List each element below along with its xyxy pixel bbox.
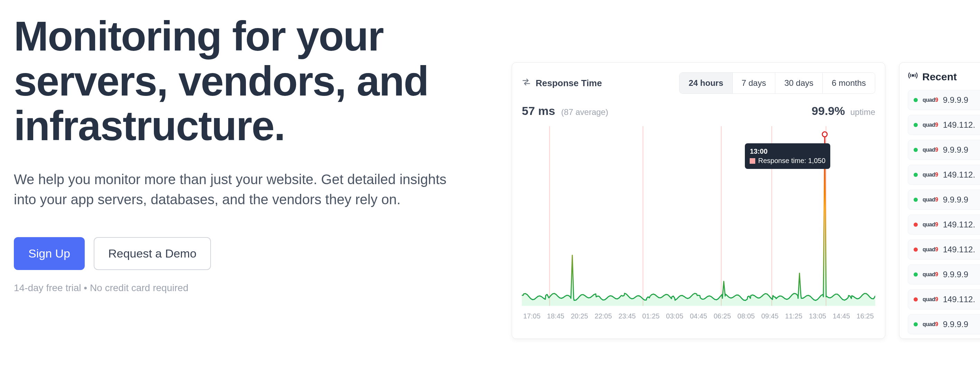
status-dot: [913, 322, 918, 326]
x-tick: 11:25: [785, 312, 802, 320]
x-tick: 01:25: [642, 312, 659, 320]
status-dot: [913, 173, 918, 177]
quad9-logo: quad9: [923, 147, 938, 153]
status-dot: [913, 123, 918, 127]
status-dot: [913, 148, 918, 152]
tooltip-swatch-icon: [750, 158, 755, 164]
x-tick: 23:45: [618, 312, 636, 320]
tooltip-value: Response time: 1,050: [758, 157, 826, 165]
recent-item[interactable]: quad99.9.9.9: [908, 90, 980, 110]
x-tick: 09:45: [761, 312, 778, 320]
recent-item[interactable]: quad99.9.9.9: [908, 314, 980, 334]
recent-item[interactable]: quad9149.112.: [908, 115, 980, 135]
average-response-label: (87 average): [561, 107, 608, 117]
x-tick: 13:05: [809, 312, 826, 320]
hero-subtext: We help you monitor more than just your …: [14, 169, 450, 209]
response-time-card: Response Time 24 hours7 days30 days6 mon…: [512, 62, 885, 339]
broadcast-icon: [908, 70, 918, 83]
recent-host: 149.112.: [943, 220, 975, 230]
tooltip-time: 13:00: [750, 147, 826, 156]
current-response-ms: 57 ms: [522, 104, 555, 117]
range-7-days[interactable]: 7 days: [732, 73, 775, 93]
svg-point-6: [912, 75, 914, 77]
status-dot: [913, 272, 918, 276]
recent-host: 9.9.9.9: [943, 145, 968, 155]
time-range-selector: 24 hours7 days30 days6 months: [679, 72, 875, 94]
quad9-logo: quad9: [923, 321, 938, 327]
recent-item[interactable]: quad9149.112.: [908, 289, 980, 310]
recent-host: 149.112.: [943, 120, 975, 130]
range-6-months[interactable]: 6 months: [822, 73, 875, 93]
recent-item[interactable]: quad9149.112.: [908, 215, 980, 235]
recent-title: Recent: [922, 71, 957, 83]
swap-icon: [522, 78, 531, 89]
x-tick: 17:05: [523, 312, 541, 320]
quad9-logo: quad9: [923, 172, 938, 178]
recent-item[interactable]: quad99.9.9.9: [908, 140, 980, 160]
recent-host: 9.9.9.9: [943, 95, 968, 105]
uptime-label: uptime: [850, 107, 875, 117]
quad9-logo: quad9: [923, 246, 938, 253]
x-tick: 18:45: [547, 312, 564, 320]
trial-fineprint: 14-day free trial • No credit card requi…: [14, 283, 491, 294]
status-dot: [913, 248, 918, 252]
recent-item[interactable]: quad99.9.9.9: [908, 264, 980, 284]
request-demo-button[interactable]: Request a Demo: [94, 237, 211, 270]
response-time-chart: 13:00 Response time: 1,050: [522, 123, 875, 310]
status-dot: [913, 222, 918, 227]
recent-item[interactable]: quad9149.112.: [908, 240, 980, 260]
recent-host: 9.9.9.9: [943, 195, 968, 204]
recent-item[interactable]: quad9149.112.: [908, 165, 980, 185]
recent-host: 149.112.: [943, 245, 975, 254]
x-tick: 08:05: [738, 312, 755, 320]
chart-tooltip: 13:00 Response time: 1,050: [745, 143, 830, 169]
recent-item[interactable]: quad99.9.9.9: [908, 190, 980, 210]
quad9-logo: quad9: [923, 296, 938, 302]
status-dot: [913, 198, 918, 202]
status-dot: [913, 98, 918, 102]
chart-x-axis: 17:0518:4520:2522:0523:4501:2503:0504:45…: [522, 310, 875, 320]
quad9-logo: quad9: [923, 196, 938, 203]
range-30-days[interactable]: 30 days: [775, 73, 822, 93]
x-tick: 20:25: [571, 312, 588, 320]
x-tick: 04:45: [690, 312, 707, 320]
recent-host: 9.9.9.9: [943, 270, 968, 280]
uptime-percent: 99.9%: [811, 104, 845, 117]
status-dot: [913, 297, 918, 302]
recent-checks-card: Recent quad99.9.9.9quad9149.112.quad99.9…: [899, 62, 980, 339]
quad9-logo: quad9: [923, 122, 938, 128]
recent-host: 149.112.: [943, 170, 975, 180]
quad9-logo: quad9: [923, 272, 938, 278]
x-tick: 06:25: [714, 312, 731, 320]
range-24-hours[interactable]: 24 hours: [679, 73, 732, 93]
hero-headline: Monitoring for your servers, vendors, an…: [14, 14, 491, 149]
recent-host: 149.112.: [943, 295, 975, 304]
response-time-title: Response Time: [536, 78, 602, 89]
x-tick: 16:25: [857, 312, 874, 320]
quad9-logo: quad9: [923, 222, 938, 228]
x-tick: 03:05: [666, 312, 683, 320]
quad9-logo: quad9: [923, 97, 938, 103]
svg-point-5: [822, 132, 827, 137]
recent-host: 9.9.9.9: [943, 319, 968, 329]
x-tick: 14:45: [833, 312, 850, 320]
signup-button[interactable]: Sign Up: [14, 237, 85, 270]
x-tick: 22:05: [595, 312, 612, 320]
